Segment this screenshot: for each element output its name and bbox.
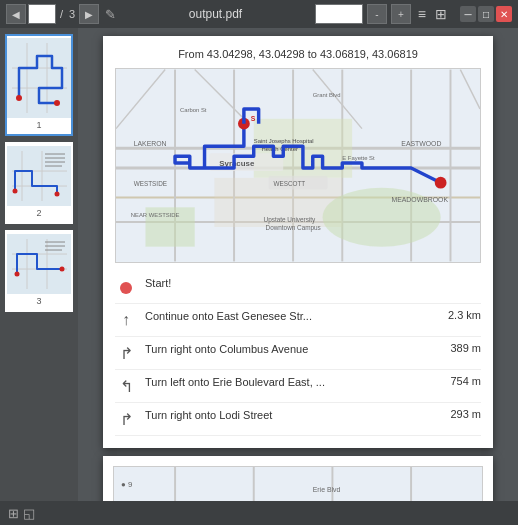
bottom-icon-1[interactable]: ⊞	[8, 506, 19, 521]
thumb-map-2	[7, 146, 71, 206]
turn-left-icon: ↰	[115, 375, 137, 397]
prev-page-button[interactable]: ◀	[6, 4, 26, 24]
direction-row-4: ↱ Turn right onto Lodi Street 293 m	[115, 403, 481, 436]
edit-icon[interactable]: ✎	[105, 7, 116, 22]
page-number-input[interactable]: 1	[28, 4, 56, 24]
main-area: 1 2	[0, 28, 518, 501]
svg-text:Saint Josephs Hospital: Saint Josephs Hospital	[254, 138, 314, 144]
menu-icon[interactable]: ≡	[415, 5, 429, 23]
direction-dist-3: 754 m	[450, 375, 481, 387]
svg-rect-7	[7, 146, 71, 206]
direction-row-3: ↰ Turn left onto Erie Boulevard East, ..…	[115, 370, 481, 403]
svg-point-5	[16, 95, 22, 101]
svg-text:Erie Blvd: Erie Blvd	[313, 486, 341, 493]
window-controls: ─ □ ✕	[460, 6, 512, 22]
svg-text:● 9: ● 9	[121, 480, 132, 489]
thumb-num-2: 2	[36, 206, 41, 220]
svg-point-24	[60, 267, 65, 272]
svg-text:Downtown Campus: Downtown Campus	[266, 224, 321, 232]
svg-point-65	[435, 177, 447, 189]
direction-row-0: Start!	[115, 271, 481, 304]
minimize-button[interactable]: ─	[460, 6, 476, 22]
page-title: From 43.04298, 43.04298 to 43.06819, 43.…	[115, 48, 481, 60]
main-map: Syracuse LAKERON WESTSIDE EASTWOOD MEADO…	[115, 68, 481, 263]
arrow-up-icon: ↑	[122, 311, 130, 329]
svg-text:MEADOWBROOK: MEADOWBROOK	[391, 196, 448, 203]
svg-text:Upstate University: Upstate University	[264, 216, 317, 224]
turn-right2-icon: ↱	[115, 408, 137, 430]
svg-text:LAKERON: LAKERON	[134, 140, 167, 147]
direction-text-3: Turn left onto Erie Boulevard East, ...	[145, 375, 438, 389]
svg-point-13	[55, 192, 60, 197]
titlebar: ◀ 1 / 3 ▶ ✎ output.pdf 100% - + ≡ ⊞ ─ □ …	[0, 0, 518, 28]
next-page-button[interactable]: ▶	[79, 4, 99, 24]
thumb-num-1: 1	[36, 118, 41, 132]
sidebar: 1 2	[0, 28, 78, 501]
direction-text-1: Continue onto East Genesee Str...	[145, 309, 436, 323]
arrow-right2-icon: ↱	[120, 410, 133, 429]
directions: Start! ↑ Continue onto East Genesee Str.…	[115, 271, 481, 436]
direction-row-1: ↑ Continue onto East Genesee Str... 2.3 …	[115, 304, 481, 337]
svg-text:WESTSIDE: WESTSIDE	[134, 180, 167, 187]
svg-text:Grant Blvd: Grant Blvd	[313, 92, 341, 98]
zoom-increase-button[interactable]: +	[391, 4, 411, 24]
thumbnail-3[interactable]: 3	[5, 230, 73, 312]
thumbnail-1[interactable]: 1	[5, 34, 73, 136]
svg-point-12	[13, 189, 18, 194]
svg-rect-66	[116, 467, 480, 501]
maximize-button[interactable]: □	[478, 6, 494, 22]
direction-text-0: Start!	[145, 276, 469, 290]
page-navigation: ◀ 1 / 3 ▶ ✎	[6, 4, 116, 24]
close-button[interactable]: ✕	[496, 6, 512, 22]
start-icon	[115, 276, 137, 298]
arrow-left-icon: ↰	[120, 377, 133, 396]
thumbnail-2[interactable]: 2	[5, 142, 73, 224]
svg-text:EASTWOOD: EASTWOOD	[401, 140, 441, 147]
thumb-map-3	[7, 234, 71, 294]
straight-icon: ↑	[115, 309, 137, 331]
bottom-icon-2[interactable]: ◱	[23, 506, 35, 521]
zoom-input[interactable]: 100%	[315, 4, 363, 24]
pdf-page-2: Fayette St Erie Blvd MEADOWBROOK WESTCOT…	[103, 456, 493, 501]
svg-text:Carbon St: Carbon St	[180, 107, 207, 113]
svg-point-6	[54, 100, 60, 106]
small-map-2: Fayette St Erie Blvd MEADOWBROOK WESTCOT…	[113, 466, 483, 501]
start-dot	[120, 282, 132, 294]
svg-text:E Fayette St: E Fayette St	[342, 155, 375, 161]
arrow-right-icon: ↱	[120, 344, 133, 363]
direction-text-4: Turn right onto Lodi Street	[145, 408, 438, 422]
toolbar-icons: ≡ ⊞	[415, 5, 450, 23]
turn-right-icon: ↱	[115, 342, 137, 364]
svg-text:WESCOTT: WESCOTT	[273, 180, 305, 187]
direction-dist-4: 293 m	[450, 408, 481, 420]
bottombar: ⊞ ◱	[0, 501, 518, 525]
direction-dist-1: 2.3 km	[448, 309, 481, 321]
page-count: 3	[69, 8, 75, 20]
svg-point-23	[15, 272, 20, 277]
zoom-decrease-button[interactable]: -	[367, 4, 387, 24]
direction-dist-2: 389 m	[450, 342, 481, 354]
direction-text-2: Turn right onto Columbus Avenue	[145, 342, 438, 356]
svg-text:NEAR WESTSIDE: NEAR WESTSIDE	[131, 212, 180, 218]
thumb-num-3: 3	[36, 294, 41, 308]
page-total-label: /	[60, 8, 63, 20]
pdf-viewer[interactable]: From 43.04298, 43.04298 to 43.06819, 43.…	[78, 28, 518, 501]
pdf-page-1: From 43.04298, 43.04298 to 43.06819, 43.…	[103, 36, 493, 448]
direction-row-2: ↱ Turn right onto Columbus Avenue 389 m	[115, 337, 481, 370]
layout-icon[interactable]: ⊞	[432, 5, 450, 23]
window-title: output.pdf	[120, 7, 311, 21]
svg-text:S: S	[251, 115, 256, 122]
thumb-map-1	[7, 38, 71, 118]
